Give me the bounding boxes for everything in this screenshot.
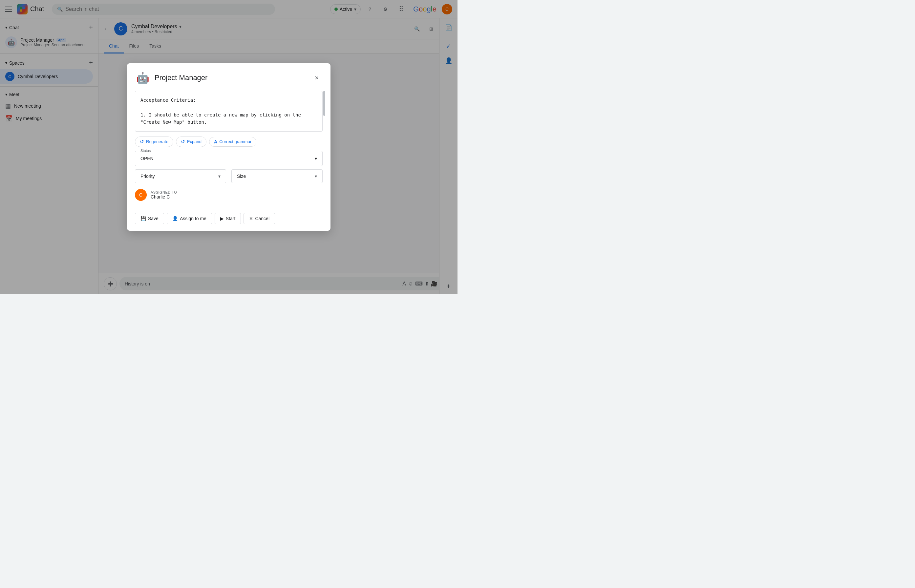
- cancel-icon: ✕: [249, 216, 253, 221]
- assigned-name: Charlie C: [150, 194, 177, 199]
- status-value: OPEN ▾: [135, 153, 322, 165]
- modal-close-button[interactable]: ×: [311, 72, 323, 84]
- modal-header: 🤖 Project Manager ×: [127, 63, 330, 91]
- assignee-avatar: C: [135, 189, 147, 201]
- assigned-to-label: ASSIGNED TO: [150, 190, 177, 194]
- assign-to-me-button[interactable]: 👤 Assign to me: [167, 213, 212, 224]
- save-icon: 💾: [141, 216, 146, 221]
- assigned-info: ASSIGNED TO Charlie C: [150, 190, 177, 199]
- modal-bot-icon: 🤖: [135, 70, 150, 86]
- modal-title: Project Manager: [155, 73, 207, 82]
- expand-label: Expand: [187, 139, 202, 144]
- correct-grammar-icon: A: [214, 139, 217, 144]
- save-label: Save: [148, 216, 158, 221]
- size-chevron-icon: ▾: [315, 174, 317, 179]
- modal-scrollbar: [323, 91, 325, 116]
- start-icon: ▶: [220, 216, 224, 221]
- status-field-group: Status OPEN ▾: [135, 151, 323, 166]
- regenerate-button[interactable]: ↺ Regenerate: [135, 137, 173, 147]
- status-field-label: Status: [139, 149, 152, 153]
- status-chevron-icon: ▾: [315, 156, 317, 161]
- regenerate-label: Regenerate: [146, 139, 168, 144]
- priority-chevron-icon: ▾: [218, 174, 221, 179]
- size-label: Size: [237, 174, 246, 179]
- priority-size-row: Priority ▾ Size ▾: [135, 169, 323, 183]
- start-label: Start: [226, 216, 236, 221]
- modal-body: Acceptance Criteria: 1. I should be able…: [127, 91, 330, 209]
- assign-to-me-label: Assign to me: [180, 216, 207, 221]
- priority-col: Priority ▾: [135, 169, 226, 183]
- size-col: Size ▾: [231, 169, 323, 183]
- modal-actions: 💾 Save 👤 Assign to me ▶ Start ✕ Cancel: [127, 209, 330, 231]
- expand-icon: ↺: [181, 139, 185, 145]
- save-button[interactable]: 💾 Save: [135, 213, 164, 224]
- cancel-button[interactable]: ✕ Cancel: [244, 213, 275, 224]
- status-select[interactable]: Status OPEN ▾: [135, 151, 323, 166]
- priority-select[interactable]: Priority ▾: [135, 169, 226, 183]
- project-manager-modal: 🤖 Project Manager × Acceptance Criteria:…: [127, 63, 330, 231]
- cancel-label: Cancel: [255, 216, 270, 221]
- correct-grammar-button[interactable]: A Correct grammar: [209, 137, 256, 147]
- size-select[interactable]: Size ▾: [231, 169, 323, 183]
- modal-overlay: 🤖 Project Manager × Acceptance Criteria:…: [0, 0, 457, 294]
- assigned-to-section: C ASSIGNED TO Charlie C: [135, 186, 323, 204]
- ai-buttons-group: ↺ Regenerate ↺ Expand A Correct grammar: [135, 137, 323, 147]
- start-button[interactable]: ▶ Start: [215, 213, 241, 224]
- textarea-container: Acceptance Criteria: 1. I should be able…: [135, 91, 323, 132]
- correct-grammar-label: Correct grammar: [219, 139, 251, 144]
- regenerate-icon: ↺: [140, 139, 144, 145]
- task-description-textarea[interactable]: Acceptance Criteria: 1. I should be able…: [135, 91, 323, 132]
- priority-label: Priority: [141, 174, 155, 179]
- expand-button[interactable]: ↺ Expand: [176, 137, 207, 147]
- assign-icon: 👤: [172, 216, 178, 221]
